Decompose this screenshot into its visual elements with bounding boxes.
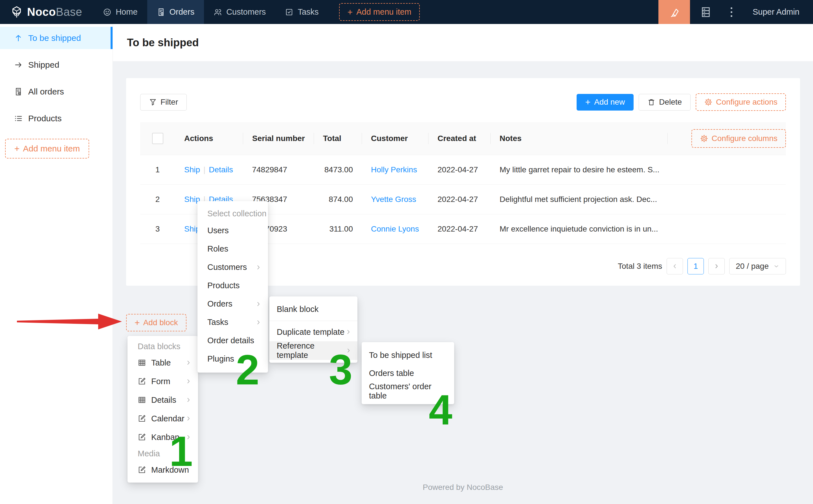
- menu-item-label: Roles: [207, 244, 228, 254]
- menu-divider: [269, 321, 357, 321]
- nav-item-home[interactable]: Home: [93, 0, 147, 24]
- navbar-add-menu-item-button[interactable]: + Add menu item: [339, 3, 420, 21]
- row-index: 1: [140, 155, 175, 184]
- menu-item-label: Duplicate template: [277, 327, 344, 337]
- menu-item-orders-table[interactable]: Orders table: [362, 364, 454, 382]
- ship-link[interactable]: Ship: [184, 165, 200, 174]
- menu-item-calendar[interactable]: Calendar: [128, 409, 198, 428]
- menu-item-duplicate-template[interactable]: Duplicate template: [269, 323, 357, 341]
- menu-item-tasks[interactable]: Tasks: [197, 313, 268, 331]
- column-header-actions: Actions: [175, 122, 243, 155]
- sidebar-item-all-orders[interactable]: All orders: [0, 80, 113, 103]
- link-divider: |: [203, 165, 205, 174]
- gear-icon: [704, 98, 713, 106]
- chevron-right-icon: [345, 329, 352, 335]
- menu-group-header: Select collection: [197, 206, 268, 221]
- menu-item-label: To be shipped list: [369, 351, 432, 360]
- plugins-button[interactable]: [690, 0, 722, 24]
- server-icon: [700, 6, 712, 18]
- sidebar-item-to-be-shipped[interactable]: To be shipped: [0, 27, 113, 49]
- customer-link[interactable]: Holly Perkins: [371, 165, 417, 174]
- page-size-value: 20 / page: [736, 262, 769, 271]
- notes-cell: Delightful met sufficient projection ask…: [490, 184, 667, 214]
- column-header-total: Total: [314, 122, 362, 155]
- column-header-created: Created at: [428, 122, 490, 155]
- ui-editor-button[interactable]: [658, 0, 690, 24]
- smiley-icon: [103, 8, 111, 16]
- customer-link[interactable]: Yvette Gross: [371, 195, 416, 204]
- table-row[interactable]: 1 Ship|Details 74829847 8473.00 Holly Pe…: [140, 155, 786, 184]
- plus-icon: +: [585, 98, 591, 107]
- plus-icon: +: [14, 144, 20, 153]
- menu-item-label: Blank block: [277, 305, 318, 314]
- sidebar-item-shipped[interactable]: Shipped: [0, 54, 113, 76]
- details-link[interactable]: Details: [209, 165, 233, 174]
- menu-item-form[interactable]: Form: [128, 372, 198, 391]
- notes-cell: My little garret repair to desire he est…: [490, 155, 667, 184]
- menu-item-label: Orders: [207, 299, 232, 309]
- customer-link[interactable]: Connie Lyons: [371, 225, 419, 233]
- filter-label: Filter: [161, 98, 178, 107]
- grid-icon: [138, 396, 146, 404]
- row-actions: Ship|Details: [175, 155, 243, 184]
- nav-item-label: Customers: [226, 7, 266, 17]
- delete-label: Delete: [659, 98, 682, 107]
- list-icon: [14, 114, 23, 123]
- add-new-button[interactable]: + Add new: [577, 94, 634, 111]
- menu-item-customers[interactable]: Customers: [197, 258, 268, 276]
- chevron-right-icon: [255, 319, 262, 326]
- menu-item-users[interactable]: Users: [197, 221, 268, 240]
- created-at-cell: 2022-04-27: [428, 155, 490, 184]
- total-cell: 8473.00: [314, 155, 362, 184]
- user-menu[interactable]: Super Admin: [741, 7, 813, 17]
- select-all-checkbox[interactable]: [152, 133, 163, 144]
- filter-button[interactable]: Filter: [140, 94, 187, 111]
- serial-number-cell: 74829847: [243, 155, 314, 184]
- menu-item-label: Calendar: [151, 414, 184, 423]
- menu-item-table[interactable]: Table: [128, 353, 198, 372]
- page-title: To be shipped: [127, 37, 199, 49]
- checkbox-icon: [285, 8, 293, 16]
- menu-item-label: Customers: [207, 263, 247, 272]
- nav-item-orders[interactable]: Orders: [147, 0, 204, 24]
- notes-cell: Mr excellence inquietude conviction is i…: [490, 214, 667, 244]
- nav-item-label: Tasks: [298, 7, 318, 17]
- delete-button[interactable]: Delete: [639, 94, 691, 111]
- configure-actions-button[interactable]: Configure actions: [696, 93, 786, 111]
- nocobase-logo[interactable]: NocoBase: [0, 6, 93, 19]
- plus-icon: +: [348, 8, 353, 17]
- menu-item-details[interactable]: Details: [128, 391, 198, 409]
- current-page-button[interactable]: 1: [687, 258, 704, 274]
- customer-cell: Connie Lyons: [362, 214, 428, 244]
- nav-item-customers[interactable]: Customers: [204, 0, 275, 24]
- menu-item-label: Details: [151, 395, 176, 405]
- customer-cell: Yvette Gross: [362, 184, 428, 214]
- more-options-button[interactable]: [722, 7, 741, 17]
- prev-page-button[interactable]: [667, 258, 683, 274]
- menu-item-roles[interactable]: Roles: [197, 240, 268, 258]
- column-header-customer: Customer: [362, 122, 428, 155]
- cube-logo-icon: [10, 6, 23, 19]
- navbar-right: Super Admin: [658, 0, 813, 24]
- sidebar-item-label: Products: [28, 114, 61, 123]
- menu-item-orders[interactable]: Orders: [197, 295, 268, 313]
- menu-item-products[interactable]: Products: [197, 276, 268, 295]
- add-block-button[interactable]: + Add block: [126, 314, 186, 331]
- sidebar-item-products[interactable]: Products: [0, 107, 113, 129]
- menu-item-blank-block[interactable]: Blank block: [269, 299, 357, 319]
- nav-item-tasks[interactable]: Tasks: [275, 0, 328, 24]
- edit-icon: [138, 377, 146, 386]
- menu-item-label: Orders table: [369, 369, 414, 378]
- menu-item-label: Order details: [207, 336, 254, 345]
- sidebar-add-menu-item-button[interactable]: + Add menu item: [5, 139, 89, 159]
- next-page-button[interactable]: [708, 258, 725, 274]
- main-nav: Home Orders: [93, 0, 420, 24]
- configure-columns-label: Configure columns: [712, 134, 777, 143]
- configure-columns-button[interactable]: Configure columns: [691, 129, 786, 148]
- page-size-select[interactable]: 20 / page: [729, 258, 786, 274]
- menu-item-to-be-shipped-list[interactable]: To be shipped list: [362, 346, 454, 364]
- sidebar-item-label: To be shipped: [28, 33, 81, 43]
- arrow-right-icon: [14, 61, 23, 69]
- sidebar: To be shipped Shipped All orders: [0, 24, 113, 504]
- chevron-right-icon: [255, 264, 262, 271]
